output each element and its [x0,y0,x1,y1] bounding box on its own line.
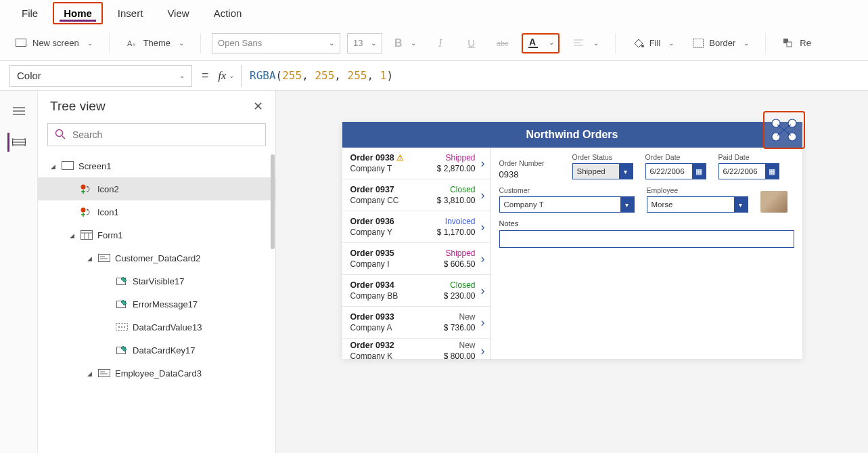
icon-icon [80,184,93,194]
card-icon [97,369,111,377]
chevron-right-icon: › [478,316,485,330]
ribbon: + New screen ⌄ Aa Theme ⌄ Open Sans⌄ 13⌄… [0,26,868,61]
svg-point-32 [121,326,122,328]
menu-action[interactable]: Action [204,3,252,23]
rail-tree-view[interactable] [7,133,26,152]
svg-rect-35 [99,370,110,377]
order-status-select[interactable]: Shipped▾ [572,163,633,179]
tree-node-errormessage17[interactable]: ErrorMessage17 [38,293,275,316]
order-list-item[interactable]: Order 0936Company YInvoiced$ 1,170.00› [342,211,490,243]
canvas: Northwind Orders Order 0938⚠Company TShi… [276,91,868,453]
order-detail: Order Number 0938 Order Status Shipped▾ … [491,148,802,359]
svg-text:A: A [127,39,133,47]
bold-button[interactable]: B⌄ [389,35,421,52]
calendar-icon: ▦ [765,164,779,179]
app-preview: Northwind Orders Order 0938⚠Company TShi… [342,122,802,359]
scrollbar-thumb[interactable] [271,154,275,249]
tree-node-icon1[interactable]: Icon1 [38,200,275,223]
rail-hamburger[interactable] [9,102,28,121]
chevron-down-icon: ⌄ [87,39,93,47]
left-rail [0,91,38,453]
employee-avatar [760,191,787,213]
icon-icon [80,207,93,217]
chevron-down-icon: ▾ [734,197,748,212]
align-button[interactable]: ⌄ [566,34,604,53]
underline-button[interactable]: U [459,34,484,53]
tree-search[interactable] [47,123,266,146]
tree-node-customer_datacard2[interactable]: ◢Customer_DataCard2 [38,246,275,269]
menu-home[interactable]: Home [53,2,103,24]
formula-input[interactable]: RGBA(255, 255, 255, 1) [241,65,859,87]
expand-toggle-icon[interactable]: ◢ [85,370,93,377]
tree-list: ◢Screen1Icon2Icon1◢Form1◢Customer_DataCa… [38,150,275,453]
label-paid-date: Paid Date [718,153,779,161]
customer-select[interactable]: Company T▾ [499,196,635,213]
tree-node-label: StarVisible17 [133,276,184,286]
tree-node-datacardkey17[interactable]: DataCardKey17 [38,339,275,362]
order-list-item[interactable]: Order 0935Company IShipped$ 606.50› [342,243,490,275]
order-list-item[interactable]: Order 0934Company BBClosed$ 230.00› [342,275,490,307]
menu-view[interactable]: View [158,3,198,23]
svg-text:A: A [529,37,536,47]
font-color-button[interactable]: A ⌄ [526,36,555,49]
tree-node-form1[interactable]: ◢Form1 [38,223,275,246]
order-list-item[interactable]: Order 0938⚠Company TShipped$ 2,870.00› [342,148,490,179]
order-date-input[interactable]: 6/22/2006▦ [645,163,706,179]
menu-insert[interactable]: Insert [108,3,153,23]
new-screen-button[interactable]: + New screen ⌄ [9,34,98,53]
label-notes: Notes [499,219,794,228]
order-list-item[interactable]: Order 0933Company ANew$ 736.00› [342,307,490,339]
font-size-select[interactable]: 13⌄ [347,33,382,53]
employee-select[interactable]: Morse▾ [647,196,748,213]
screen-plus-icon: + [15,37,28,50]
menu-file[interactable]: File [12,3,47,23]
expand-toggle-icon[interactable]: ◢ [85,255,93,262]
font-color-highlight: A ⌄ [522,33,559,53]
menubar: File Home Insert View Action [0,0,868,26]
svg-text:+: + [24,42,28,49]
expand-toggle-icon[interactable]: ◢ [49,163,57,170]
tree-node-icon2[interactable]: Icon2 [38,177,275,200]
notes-input[interactable] [499,230,794,248]
tree-node-label: Employee_DataCard3 [115,368,202,379]
chevron-down-icon: ⌄ [744,39,749,47]
app-title: Northwind Orders [526,129,618,141]
strikethrough-button[interactable]: abc [490,34,515,53]
selected-icon-handles[interactable] [763,111,805,149]
chevron-down-icon: ▾ [620,197,634,212]
order-list-item[interactable]: Order 0932Company KNew$ 800.00› [342,339,490,359]
fill-button[interactable]: Fill⌄ [626,34,680,53]
close-icon[interactable]: ✕ [253,99,263,114]
order-list-item[interactable]: Order 0937Company CCClosed$ 3,810.00› [342,179,490,211]
label-customer: Customer [499,186,635,194]
chevron-right-icon: › [478,156,485,171]
underline-icon: U [465,37,478,50]
theme-button[interactable]: Aa Theme ⌄ [120,34,189,53]
tree-node-datacardvalue13[interactable]: DataCardValue13 [38,316,275,339]
fx-button[interactable]: fx⌄ [219,70,235,82]
svg-rect-12 [787,42,792,47]
tree-search-input[interactable] [71,129,258,141]
chevron-down-icon: ⌄ [179,72,185,79]
label-order-number: Order Number [499,159,560,167]
property-select[interactable]: Color⌄ [9,65,192,87]
border-button[interactable]: Border⌄ [686,34,754,53]
fill-icon [632,37,645,50]
tree-node-employee_datacard3[interactable]: ◢Employee_DataCard3 [38,362,275,385]
tree-node-starvisible17[interactable]: StarVisible17 [38,269,275,293]
warning-icon: ⚠ [396,153,404,163]
order-list: Order 0938⚠Company TShipped$ 2,870.00›Or… [342,148,491,359]
chevron-right-icon: › [478,252,485,266]
chevron-down-icon: ▾ [619,164,633,179]
expand-toggle-icon[interactable]: ◢ [68,232,76,239]
svg-point-19 [81,185,86,190]
font-name-select[interactable]: Open Sans⌄ [212,33,340,53]
italic-button[interactable]: I [428,34,453,53]
edit-icon [115,299,129,309]
search-icon [55,129,66,142]
reorder-icon [782,37,796,50]
tree-view-title: Tree view [50,99,106,114]
reorder-button[interactable]: Re [777,34,817,53]
paid-date-input[interactable]: 6/22/2006▦ [718,163,779,179]
tree-node-screen1[interactable]: ◢Screen1 [38,154,275,177]
